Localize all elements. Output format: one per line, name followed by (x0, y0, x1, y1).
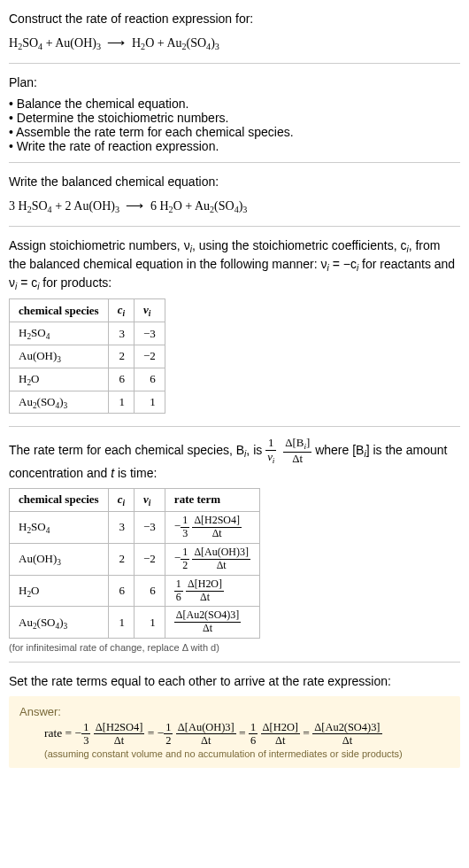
final-header: Set the rate terms equal to each other t… (9, 673, 460, 691)
table-row: chemical species ci νi (10, 299, 165, 322)
stoich-section: Assign stoichiometric numbers, νi, using… (9, 232, 460, 422)
rateterm-section: The rate term for each chemical species,… (9, 432, 460, 658)
table-row: chemical species ci νi rate term (10, 488, 260, 511)
rate-expression: rate = −13 Δ[H2SO4]Δt = −12 Δ[Au(OH)3]Δt… (19, 722, 450, 747)
col-species: chemical species (10, 299, 109, 322)
col-ci: ci (108, 299, 134, 322)
table-row: Au(OH)3 2 −2 −12 Δ[Au(OH)3]Δt (10, 543, 260, 575)
frac-1-over-nui: 1νi (265, 438, 276, 465)
h2so4: H2SO4 (9, 36, 42, 50)
col-nui: νi (135, 299, 165, 322)
plan-list: Balance the chemical equation. Determine… (9, 97, 460, 153)
frac-dBi-dt: Δ[Bi]Δt (283, 438, 311, 465)
h2o: H2O (159, 199, 181, 213)
rateterm-intro: The rate term for each chemical species,… (9, 438, 460, 483)
divider (9, 226, 460, 227)
plan-item: Assemble the rate term for each chemical… (9, 125, 460, 139)
table-row: Au(OH)32−2 (10, 345, 165, 368)
balanced-section: Write the balanced chemical equation: 3 … (9, 168, 460, 222)
h2so4: H2SO4 (19, 199, 52, 213)
divider (9, 162, 460, 163)
rate-table: chemical species ci νi rate term H2SO4 3… (9, 488, 260, 639)
divider (9, 63, 460, 64)
prompt-section: Construct the rate of reaction expressio… (9, 5, 460, 59)
h2o: H2O (132, 36, 154, 50)
plan-item: Write the rate of reaction expression. (9, 139, 460, 153)
table-row: Au2(SO4)3 1 1 Δ[Au2(SO4)3]Δt (10, 607, 260, 639)
answer-box: Answer: rate = −13 Δ[H2SO4]Δt = −12 Δ[Au… (9, 696, 460, 768)
stoich-intro: Assign stoichiometric numbers, νi, using… (9, 237, 460, 293)
plan-header: Plan: (9, 74, 460, 92)
table-row: H2SO43−3 (10, 322, 165, 345)
table-row: H2SO4 3 −3 −13 Δ[H2SO4]Δt (10, 511, 260, 543)
plan-item: Balance the chemical equation. (9, 97, 460, 111)
table-row: H2O66 (10, 368, 165, 391)
auoh3: Au(OH)3 (55, 36, 101, 50)
rate-footnote: (for infinitesimal rate of change, repla… (9, 642, 460, 653)
auoh3: Au(OH)3 (73, 199, 119, 213)
au2so43: Au2(SO4)3 (195, 199, 248, 213)
divider (9, 426, 460, 427)
document-root: Construct the rate of reaction expressio… (0, 0, 469, 773)
unbalanced-equation: H2SO4 + Au(OH)3 ⟶ H2O + Au2(SO4)3 (9, 34, 460, 54)
divider (9, 662, 460, 663)
plan-item: Determine the stoichiometric numbers. (9, 111, 460, 125)
stoich-table: chemical species ci νi H2SO43−3 Au(OH)32… (9, 298, 165, 414)
reaction-arrow-icon: ⟶ (104, 34, 128, 53)
answer-assumption: (assuming constant volume and no accumul… (19, 748, 450, 759)
answer-label: Answer: (19, 705, 450, 718)
answer-section: Set the rate terms equal to each other t… (9, 668, 460, 772)
reaction-arrow-icon: ⟶ (122, 197, 147, 216)
balanced-equation: 3 H2SO4 + 2 Au(OH)3 ⟶ 6 H2O + Au2(SO4)3 (9, 197, 460, 217)
plan-section: Plan: Balance the chemical equation. Det… (9, 69, 460, 159)
table-row: Au2(SO4)311 (10, 391, 165, 414)
table-row: H2O 6 6 16 Δ[H2O]Δt (10, 575, 260, 607)
prompt-line: Construct the rate of reaction expressio… (9, 11, 460, 28)
au2so43: Au2(SO4)3 (166, 36, 219, 50)
balanced-header: Write the balanced chemical equation: (9, 174, 460, 191)
